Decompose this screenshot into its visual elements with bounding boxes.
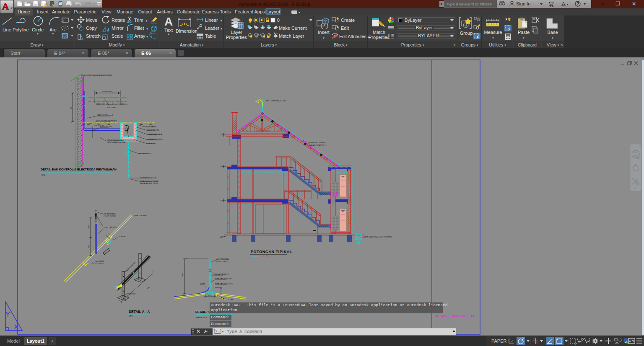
svg-text:KABEL(Ln): KABEL(Ln)	[119, 103, 128, 105]
svg-text:NTS: NTS	[129, 315, 132, 318]
svg-text:400: 400	[208, 294, 211, 297]
svg-text:?: ?	[576, 2, 579, 6]
svg-text:PIPA GALVANIS #3": PIPA GALVANIS #3"	[215, 278, 232, 280]
svg-text:PASANGAN BATA: PASANGAN BATA	[148, 133, 162, 135]
svg-text:KLEM: KLEM	[99, 260, 104, 262]
svg-text:1 : 20: 1 : 20	[263, 256, 268, 258]
svg-text:Type a command: Type a command	[227, 330, 262, 334]
svg-text:( SPLITZEN ): ( SPLITZEN )	[216, 261, 228, 263]
svg-text:AIR TERMINAL, h : 2m: AIR TERMINAL, h : 2m	[266, 100, 286, 102]
svg-text:TUTUP BETON: TUTUP BETON	[147, 129, 159, 131]
svg-text:9000: 9000	[182, 272, 184, 276]
svg-text:2D: 2D	[636, 157, 640, 159]
svg-text:ARDE/rod: ARDE/rod	[148, 142, 156, 145]
svg-text:( H-SPLITZEN ): ( H-SPLITZEN )	[104, 215, 116, 217]
svg-text:750: 750	[88, 245, 90, 248]
svg-text:PIPA 27/32 mm: PIPA 27/32 mm	[134, 214, 147, 217]
svg-text:DETAIL A - A: DETAIL A - A	[129, 310, 150, 314]
svg-text:DI KLEM PADA DINDING: DI KLEM PADA DINDING	[96, 120, 117, 122]
svg-text:KEL RODS 3/4": KEL RODS 3/4"	[139, 152, 152, 155]
svg-text:DALAM PIPA PVC 1": DALAM PIPA PVC 1"	[309, 144, 327, 146]
svg-text:BC50: BC50	[99, 263, 104, 265]
svg-text:PENYEKSA KONEKTA: PENYEKSA KONEKTA	[107, 141, 125, 143]
svg-text:DILAS: DILAS	[200, 283, 205, 285]
svg-text:50 cm ( MIN ): 50 cm ( MIN )	[102, 90, 113, 93]
svg-text:SKALA: SKALA	[252, 256, 258, 258]
svg-text:PVC PIPE 2": PVC PIPE 2"	[107, 106, 118, 108]
svg-text:SEDALAM MIN 2 MTR: SEDALAM MIN 2 MTR	[140, 182, 158, 184]
svg-text:600: 600	[146, 286, 150, 289]
svg-text:LUBANG KONTROL: LUBANG KONTROL	[147, 138, 163, 140]
svg-text:60: 60	[70, 107, 72, 109]
svg-text:ADUK PASIR: ADUK PASIR	[145, 126, 156, 128]
svg-text:DETAIL BAK KONTROL & ELEKTRODA: DETAIL BAK KONTROL & ELEKTRODA PENTANAHA…	[41, 168, 117, 171]
svg-text:AIR TERMINAL: AIR TERMINAL	[216, 258, 229, 260]
svg-text:POTONGAN TIPIKAL: POTONGAN TIPIKAL	[251, 250, 292, 254]
svg-text:Type a keyword or phrase: Type a keyword or phrase	[446, 2, 492, 6]
svg-text:0: 0	[277, 18, 280, 23]
svg-text:BAK KONTROL PENTANAHAN: BAK KONTROL PENTANAHAN	[364, 236, 392, 238]
svg-text:SKALA : NTS: SKALA : NTS	[196, 316, 207, 318]
svg-text:PIPA GALVANIS #2": PIPA GALVANIS #2"	[213, 273, 229, 275]
svg-text:KABEL BC 50 mm2: KABEL BC 50 mm2	[97, 114, 113, 116]
svg-text:Di LAS: Di LAS	[228, 299, 233, 301]
svg-text:-60s (Cu) (h): -60s (Cu) (h)	[94, 124, 104, 127]
svg-text:KLEM BC: KLEM BC	[119, 235, 126, 238]
svg-text:KABEL BC(Ln 50mm2) (min): KABEL BC(Ln 50mm2) (min)	[96, 103, 118, 105]
svg-text:Sign In: Sign In	[516, 1, 530, 6]
svg-text:DETAIL PENANGKAL PETIR: DETAIL PENANGKAL PETIR	[435, 314, 476, 318]
svg-text:PIPA GALVANIS #2.5": PIPA GALVANIS #2.5"	[215, 283, 234, 285]
svg-text:AF (PVC): AF (PVC)	[110, 226, 118, 228]
svg-text:900: 900	[88, 225, 90, 228]
svg-text:NTS: NTS	[42, 174, 45, 176]
svg-text:KE ELEKTRODA UDARA/SPLITZEN: KE ELEKTRODA UDARA/SPLITZEN	[81, 74, 112, 76]
svg-text:COPPER ROAD 3/4": COPPER ROAD 3/4"	[140, 177, 157, 179]
svg-text:KABEL BC #50mm2: KABEL BC #50mm2	[309, 142, 326, 144]
